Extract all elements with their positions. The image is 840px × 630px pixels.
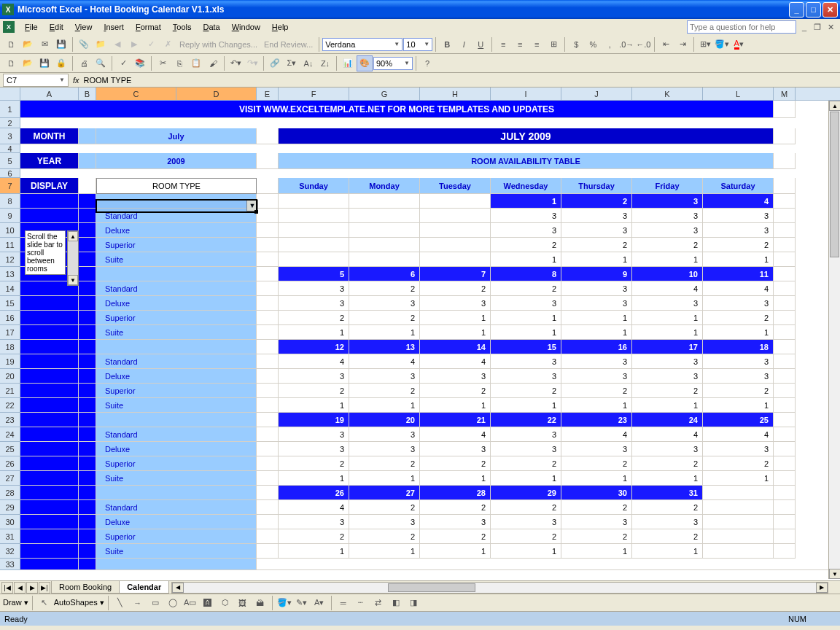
availability-cell[interactable]: 1 bbox=[703, 252, 774, 267]
availability-cell[interactable] bbox=[279, 223, 349, 238]
availability-cell[interactable]: 1 bbox=[491, 252, 561, 267]
comma-button[interactable]: , bbox=[602, 36, 618, 52]
date-cell[interactable]: 28 bbox=[420, 486, 491, 500]
availability-cell[interactable] bbox=[279, 209, 349, 223]
availability-cell[interactable]: 2 bbox=[632, 529, 703, 544]
date-cell[interactable]: 20 bbox=[349, 413, 420, 427]
date-cell[interactable]: 13 bbox=[349, 340, 420, 354]
availability-cell[interactable]: 1 bbox=[561, 325, 632, 340]
room-type-label[interactable]: Standard bbox=[96, 209, 257, 223]
undo-button[interactable]: ↶▾ bbox=[228, 55, 244, 71]
availability-cell[interactable]: 4 bbox=[561, 427, 632, 442]
date-cell[interactable]: 10 bbox=[632, 267, 703, 281]
availability-cell[interactable]: 3 bbox=[279, 281, 349, 296]
date-cell[interactable]: 25 bbox=[703, 413, 774, 427]
merge-button[interactable]: ⊞ bbox=[545, 36, 561, 52]
availability-cell[interactable]: 3 bbox=[491, 515, 561, 529]
date-cell[interactable]: 15 bbox=[491, 340, 561, 354]
row-header-21[interactable]: 21 bbox=[0, 384, 20, 398]
availability-cell[interactable]: 2 bbox=[349, 281, 420, 296]
availability-cell[interactable]: 1 bbox=[491, 325, 561, 340]
date-cell[interactable] bbox=[420, 194, 491, 209]
availability-cell[interactable]: 2 bbox=[420, 281, 491, 296]
close-button[interactable]: ✕ bbox=[822, 2, 838, 18]
availability-cell[interactable]: 1 bbox=[349, 544, 420, 559]
mdi-close-button[interactable]: ✕ bbox=[825, 22, 836, 32]
row-header-25[interactable]: 25 bbox=[0, 442, 20, 456]
fill-color-tool[interactable]: 🪣▾ bbox=[276, 595, 292, 611]
room-type-label[interactable]: Suite bbox=[96, 325, 257, 340]
date-cell[interactable]: 12 bbox=[279, 340, 349, 354]
hscroll-right-button[interactable]: ▶ bbox=[816, 583, 828, 593]
availability-cell[interactable]: 2 bbox=[349, 456, 420, 471]
col-header-K[interactable]: K bbox=[632, 88, 703, 100]
availability-cell[interactable]: 3 bbox=[491, 427, 561, 442]
col-header-B[interactable]: B bbox=[79, 88, 96, 100]
menu-data[interactable]: Data bbox=[197, 20, 225, 34]
menu-insert[interactable]: Insert bbox=[98, 20, 130, 34]
copy-button[interactable]: ⎘ bbox=[171, 55, 187, 71]
room-type-label[interactable]: Standard bbox=[96, 354, 257, 369]
row-header-13[interactable]: 13 bbox=[0, 267, 20, 281]
tab-nav-1[interactable]: ◀ bbox=[14, 582, 26, 594]
sheet-tab-room-booking[interactable]: Room Booking bbox=[51, 581, 120, 594]
fx-label[interactable]: fx bbox=[73, 76, 79, 85]
calendar-title[interactable]: JULY 2009 bbox=[279, 128, 774, 144]
availability-cell[interactable]: 3 bbox=[632, 209, 703, 223]
date-cell[interactable] bbox=[279, 194, 349, 209]
availability-cell[interactable]: 3 bbox=[279, 296, 349, 311]
availability-cell[interactable]: 1 bbox=[632, 398, 703, 413]
availability-cell[interactable]: 4 bbox=[279, 354, 349, 369]
row-header-5[interactable]: 5 bbox=[0, 153, 20, 169]
availability-cell[interactable]: 2 bbox=[420, 500, 491, 515]
paste-button[interactable]: 📋 bbox=[188, 55, 204, 71]
menu-window[interactable]: Window bbox=[226, 20, 266, 34]
availability-cell[interactable]: 4 bbox=[279, 500, 349, 515]
availability-cell[interactable]: 1 bbox=[420, 471, 491, 486]
availability-cell[interactable]: 2 bbox=[349, 311, 420, 325]
availability-cell[interactable]: 1 bbox=[491, 471, 561, 486]
col-header-E[interactable]: E bbox=[257, 88, 279, 100]
bold-button[interactable]: B bbox=[439, 36, 455, 52]
availability-cell[interactable]: 1 bbox=[632, 311, 703, 325]
date-cell[interactable] bbox=[349, 194, 420, 209]
row-header-11[interactable]: 11 bbox=[0, 238, 20, 252]
availability-cell[interactable]: 3 bbox=[491, 369, 561, 384]
availability-cell[interactable] bbox=[279, 252, 349, 267]
room-type-label[interactable]: Superior bbox=[96, 238, 257, 252]
sheet-tab-calendar[interactable]: Calendar bbox=[119, 581, 169, 594]
row-header-16[interactable]: 16 bbox=[0, 311, 20, 325]
availability-cell[interactable]: 2 bbox=[420, 456, 491, 471]
row-header-32[interactable]: 32 bbox=[0, 544, 20, 559]
availability-cell[interactable]: 3 bbox=[491, 442, 561, 456]
select-all-corner[interactable] bbox=[0, 88, 20, 100]
row-header-8[interactable]: 8 bbox=[0, 194, 20, 209]
availability-cell[interactable]: 3 bbox=[561, 296, 632, 311]
col-header-I[interactable]: I bbox=[491, 88, 561, 100]
availability-cell[interactable]: 1 bbox=[632, 252, 703, 267]
date-cell[interactable]: 23 bbox=[561, 413, 632, 427]
availability-cell[interactable]: 3 bbox=[561, 354, 632, 369]
vertical-scrollbar[interactable]: ▲ ▼ bbox=[828, 101, 840, 579]
col-header-G[interactable]: G bbox=[349, 88, 420, 100]
date-cell[interactable]: 27 bbox=[349, 486, 420, 500]
availability-cell[interactable]: 4 bbox=[632, 427, 703, 442]
day-header-tuesday[interactable]: Tuesday bbox=[420, 178, 491, 194]
availability-cell[interactable] bbox=[420, 223, 491, 238]
availability-cell[interactable]: 3 bbox=[561, 442, 632, 456]
date-cell[interactable]: 16 bbox=[561, 340, 632, 354]
diagram-tool[interactable]: ⬡ bbox=[217, 595, 233, 611]
row-header-10[interactable]: 10 bbox=[0, 223, 20, 238]
room-type-label[interactable]: Standard bbox=[96, 427, 257, 442]
year-value[interactable]: 2009 bbox=[96, 153, 257, 169]
align-right-button[interactable]: ≡ bbox=[529, 36, 545, 52]
availability-cell[interactable]: 3 bbox=[561, 209, 632, 223]
open2-button[interactable]: 📂 bbox=[20, 55, 36, 71]
spelling-button[interactable]: ✓ bbox=[115, 55, 131, 71]
align-center-button[interactable]: ≡ bbox=[512, 36, 528, 52]
research-button[interactable]: 📚 bbox=[132, 55, 148, 71]
availability-cell[interactable]: 3 bbox=[349, 369, 420, 384]
availability-cell[interactable] bbox=[420, 252, 491, 267]
row-header-18[interactable]: 18 bbox=[0, 340, 20, 354]
italic-button[interactable]: I bbox=[456, 36, 472, 52]
